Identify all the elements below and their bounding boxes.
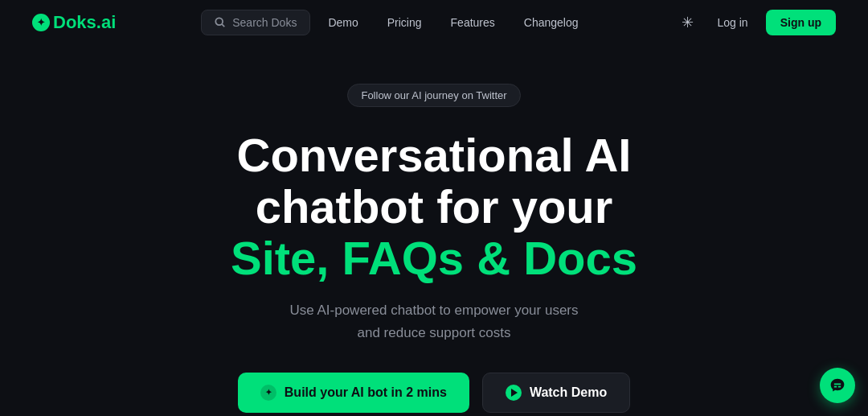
nav-link-pricing[interactable]: Pricing — [376, 10, 433, 35]
hero-title-amp: & — [464, 232, 523, 284]
search-label: Search Doks — [232, 16, 297, 29]
cta-buttons: ✦ Build your AI bot in 2 mins Watch Demo — [238, 373, 630, 413]
hero-subtitle-line1: Use AI-powered chatbot to empower your u… — [289, 303, 578, 318]
play-icon — [506, 385, 522, 401]
nav-link-demo[interactable]: Demo — [317, 10, 369, 35]
build-bot-label: Build your AI bot in 2 mins — [285, 385, 447, 400]
sparkle-icon: ✦ — [260, 385, 276, 401]
nav-center: Search Doks Demo Pricing Features Change… — [201, 10, 589, 35]
signup-button[interactable]: Sign up — [766, 10, 836, 35]
svg-point-0 — [216, 18, 223, 25]
asterisk-icon[interactable]: ✳ — [675, 10, 700, 35]
build-bot-button[interactable]: ✦ Build your AI bot in 2 mins — [238, 373, 469, 413]
hero-title-line2: chatbot for your — [256, 180, 613, 233]
hero-section: Follow our AI journey on Twitter Convers… — [0, 45, 868, 416]
nav-link-changelog[interactable]: Changelog — [513, 10, 590, 35]
login-button[interactable]: Log in — [706, 10, 760, 35]
hero-title-line1: Conversational AI — [237, 129, 632, 181]
watch-demo-label: Watch Demo — [530, 385, 607, 400]
search-button[interactable]: Search Doks — [201, 10, 310, 35]
twitter-badge-text: Follow our AI journey on Twitter — [361, 89, 506, 101]
logo[interactable]: ✦ Doks.ai — [32, 12, 116, 33]
navbar: ✦ Doks.ai Search Doks Demo Pricing Featu… — [0, 0, 868, 45]
chat-icon — [829, 377, 845, 393]
hero-subtitle: Use AI-powered chatbot to empower your u… — [289, 299, 578, 343]
hero-subtitle-line2: and reduce support costs — [358, 325, 511, 340]
twitter-badge[interactable]: Follow our AI journey on Twitter — [347, 84, 520, 107]
search-icon — [215, 17, 226, 28]
watch-demo-button[interactable]: Watch Demo — [482, 373, 630, 413]
logo-icon: ✦ — [32, 14, 50, 31]
nav-link-features[interactable]: Features — [440, 10, 506, 35]
chat-float-button[interactable] — [820, 368, 855, 403]
play-triangle — [511, 389, 518, 397]
hero-title-site: Site, — [231, 232, 342, 284]
nav-right: ✳ Log in Sign up — [675, 10, 836, 35]
hero-title-docs: Docs — [523, 232, 637, 284]
hero-title: Conversational AI chatbot for your Site,… — [231, 130, 637, 283]
logo-text: Doks.ai — [53, 12, 116, 33]
svg-line-1 — [222, 24, 224, 27]
hero-title-faqs: FAQs — [342, 232, 465, 284]
